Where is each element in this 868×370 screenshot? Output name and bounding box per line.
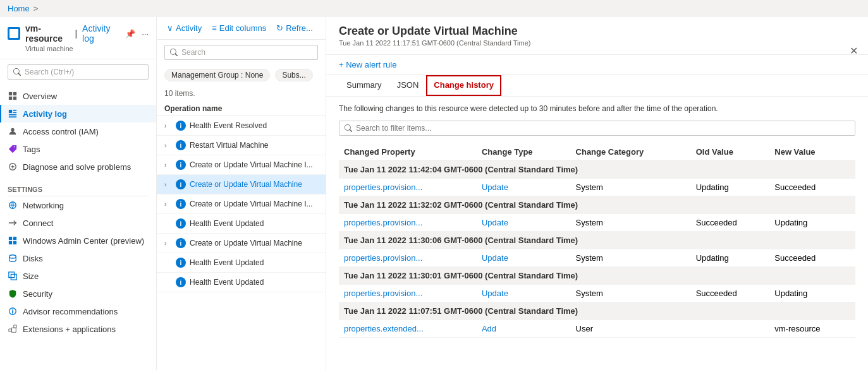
sidebar-item-activity-log[interactable]: Activity log — [0, 105, 156, 122]
search-icon — [170, 49, 178, 56]
filter-input[interactable] — [356, 124, 850, 133]
settings-section-label: Settings — [0, 181, 156, 196]
filter-subs[interactable]: Subs... — [275, 69, 312, 81]
table-group-row: Tue Jan 11 2022 11:32:02 GMT-0600 (Centr… — [339, 196, 855, 214]
list-item[interactable]: i Health Event Updated — [157, 214, 326, 234]
resource-type: Virtual machine — [8, 45, 149, 52]
right-panel: ✕ Create or Update Virtual Machine Tue J… — [326, 17, 868, 370]
expand-icon: › — [164, 240, 172, 247]
item-label: Create or Update Virtual Machine I... — [190, 160, 313, 169]
property-link[interactable]: properties.provision... — [344, 253, 422, 263]
close-button[interactable]: ✕ — [850, 45, 858, 57]
change-category: System — [571, 214, 691, 232]
tab-change-history[interactable]: Change history — [426, 75, 501, 96]
property-link[interactable]: properties.provision... — [344, 289, 422, 298]
old-value — [691, 320, 770, 338]
activity-label: Activity — [176, 23, 202, 33]
networking-icon — [8, 200, 18, 210]
op-header: Operation name — [157, 102, 326, 116]
table-row: properties.provision... Update System Su… — [339, 214, 855, 232]
connect-icon — [8, 218, 18, 228]
chevron-down-icon: ∨ — [167, 23, 173, 33]
sidebar-item-networking[interactable]: Networking — [0, 196, 156, 214]
items-count: 10 items. — [157, 85, 326, 102]
sidebar-item-connect[interactable]: Connect — [0, 214, 156, 232]
svg-rect-15 — [13, 241, 16, 244]
info-icon: i — [176, 238, 186, 248]
list-item[interactable]: › i Create or Update Virtual Machine — [157, 234, 326, 253]
breadcrumb: Home > — [0, 0, 868, 17]
sidebar-item-tags[interactable]: Tags — [0, 140, 156, 158]
property-link[interactable]: properties.extended... — [344, 324, 424, 333]
panel-title: Create or Update Virtual Machine — [339, 25, 855, 38]
more-icon[interactable]: ··· — [142, 29, 149, 39]
breadcrumb-home[interactable]: Home — [8, 4, 30, 13]
new-alert-button[interactable]: + New alert rule — [339, 60, 855, 69]
pin-icon[interactable]: 📌 — [125, 29, 135, 39]
diagnose-label: Diagnose and solve problems — [23, 162, 131, 172]
advisor-label: Advisor recommendations — [23, 307, 118, 316]
filter-mgmt-group[interactable]: Management Group : None — [164, 69, 270, 81]
sidebar-search-box[interactable]: Search (Ctrl+/) — [0, 59, 156, 85]
edit-columns-button[interactable]: ≡ Edit columns — [209, 22, 269, 34]
item-label: Create or Update Virtual Machine — [190, 180, 302, 189]
info-icon: i — [176, 121, 186, 131]
item-label: Health Event Updated — [190, 219, 264, 228]
sidebar-item-size[interactable]: Size — [0, 267, 156, 285]
svg-point-16 — [9, 255, 16, 258]
change-type: Update — [482, 253, 508, 263]
sidebar-item-access-control[interactable]: Access control (IAM) — [0, 122, 156, 140]
security-label: Security — [23, 289, 52, 299]
svg-rect-7 — [9, 114, 16, 116]
svg-rect-0 — [9, 92, 12, 95]
col-new-value: New Value — [769, 143, 855, 161]
sidebar-item-disks[interactable]: Disks — [0, 249, 156, 267]
sidebar-item-extensions[interactable]: Extensions + applications — [0, 320, 156, 338]
info-icon: i — [176, 160, 186, 170]
col-changed-property: Changed Property — [339, 143, 477, 161]
sidebar-item-diagnose[interactable]: Diagnose and solve problems — [0, 158, 156, 176]
new-value: Updating — [769, 214, 855, 232]
tab-summary[interactable]: Summary — [339, 75, 389, 96]
activity-log-label: Activity log — [23, 109, 67, 119]
resource-name: vm-resource — [25, 23, 70, 44]
filter-bar: Management Group : None Subs... — [157, 65, 326, 85]
property-link[interactable]: properties.provision... — [344, 182, 422, 192]
list-item[interactable]: › i Create or Update Virtual Machine I..… — [157, 155, 326, 175]
table-row: properties.provision... Update System Su… — [339, 285, 855, 302]
item-label: Create or Update Virtual Machine — [190, 239, 302, 248]
list-item[interactable]: › i Create or Update Virtual Machine — [157, 175, 326, 194]
list-item[interactable]: › i Restart Virtual Machine — [157, 136, 326, 155]
svg-rect-14 — [9, 241, 12, 244]
table-group-row: Tue Jan 11 2022 11:42:04 GMT-0600 (Centr… — [339, 161, 855, 179]
list-item[interactable]: i Health Event Updated — [157, 273, 326, 292]
change-category: System — [571, 179, 691, 196]
advisor-icon — [8, 306, 18, 316]
nav-section: Overview Activity log Access control (IA… — [0, 85, 156, 178]
info-icon: i — [176, 140, 186, 150]
list-item[interactable]: › i Health Event Resolved — [157, 116, 326, 136]
search-icon — [345, 124, 352, 132]
change-category: System — [571, 285, 691, 302]
disks-label: Disks — [23, 254, 43, 263]
svg-point-9 — [11, 128, 14, 131]
property-link[interactable]: properties.provision... — [344, 218, 422, 227]
changes-table: Changed Property Change Type Change Cate… — [339, 143, 855, 338]
center-search[interactable]: Search — [157, 40, 326, 65]
sidebar-item-advisor[interactable]: Advisor recommendations — [0, 302, 156, 320]
svg-rect-13 — [13, 237, 16, 240]
list-item[interactable]: › i Create or Update Virtual Machine I..… — [157, 194, 326, 214]
windows-icon — [8, 236, 18, 246]
sidebar-item-windows-admin[interactable]: Windows Admin Center (preview) — [0, 232, 156, 249]
filter-search-box[interactable] — [339, 121, 855, 136]
disks-icon — [8, 253, 18, 263]
page-title: Activity log — [82, 23, 118, 44]
tab-json[interactable]: JSON — [389, 75, 427, 96]
list-item[interactable]: i Health Event Updated — [157, 253, 326, 273]
sidebar-item-security[interactable]: Security — [0, 285, 156, 302]
activity-button[interactable]: ∨ Activity — [164, 22, 204, 34]
connect-label: Connect — [23, 218, 53, 228]
sidebar-item-overview[interactable]: Overview — [0, 87, 156, 105]
edit-columns-label: Edit columns — [219, 23, 266, 33]
refresh-button[interactable]: ↻ Refre... — [274, 22, 315, 34]
